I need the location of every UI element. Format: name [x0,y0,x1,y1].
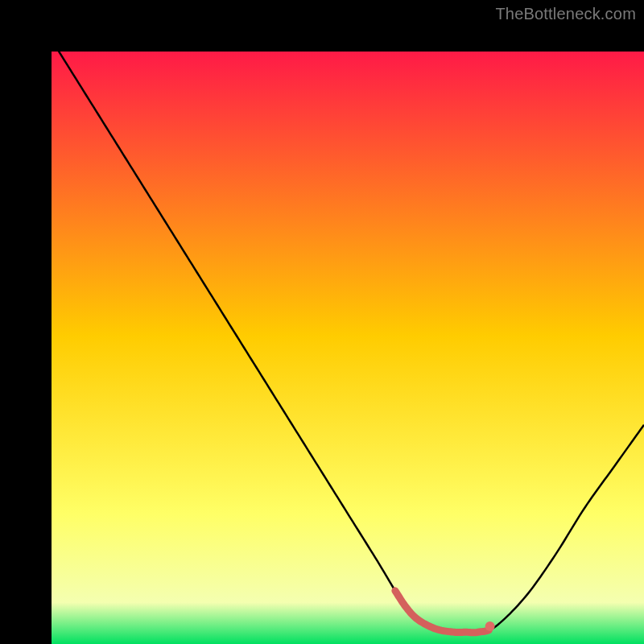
watermark-text: TheBottleneck.com [495,5,636,23]
chart-frame [0,0,644,644]
plot-area [52,52,644,644]
bottleneck-chart [52,52,644,644]
highlight-dot [485,621,495,631]
